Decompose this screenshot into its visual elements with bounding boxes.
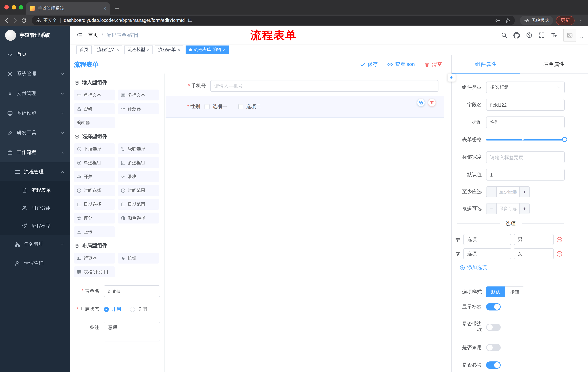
tag-home[interactable]: 首页 (76, 45, 92, 54)
sidebar-item-infrastructure[interactable]: 基础设施 (0, 103, 70, 123)
option-style-button-button[interactable]: 按钮 (505, 287, 524, 298)
add-option-button[interactable]: 添加选项 (460, 264, 588, 271)
sidebar-item-system-management[interactable]: 系统管理 (0, 64, 70, 84)
palette-item-dropdown-select[interactable]: 下拉选择 (74, 143, 115, 154)
palette-item-multi-line-text[interactable]: 多行文本 (118, 90, 159, 100)
tab-component-properties[interactable]: 组件属性 (452, 55, 520, 73)
palette-item-checkbox-group[interactable]: 多选框组 (118, 157, 159, 168)
tag-close-icon[interactable]: × (147, 47, 149, 52)
avatar-caret-icon[interactable] (580, 36, 584, 40)
palette-item-single-line-text[interactable]: 单行文本 (74, 90, 115, 100)
palette-item-cascade-select[interactable]: 级联选择 (118, 143, 159, 154)
component-type-select[interactable]: 多选框组 (486, 82, 565, 93)
option-value-input[interactable] (514, 234, 554, 245)
field-name-input[interactable] (486, 99, 565, 111)
delete-component-button[interactable] (428, 99, 436, 107)
app-logo[interactable]: 芋道管理系统 (0, 26, 70, 44)
fullscreen-icon[interactable] (538, 32, 545, 38)
bookmark-star-icon[interactable] (505, 18, 511, 23)
default-value-input[interactable] (486, 169, 565, 181)
help-icon[interactable] (526, 32, 532, 38)
tab-close-icon[interactable]: × (103, 6, 106, 11)
palette-item-row-container[interactable]: 行容器 (74, 253, 115, 264)
option-label-input[interactable] (463, 234, 511, 245)
sidebar-item-user-group[interactable]: 用户分组 (0, 199, 70, 217)
sidebar-item-payment-management[interactable]: ¥ 支付管理 (0, 84, 70, 103)
sidebar-item-process-management[interactable]: 流程管理 (0, 162, 70, 181)
palette-item-counter[interactable]: 计数器 (118, 103, 159, 114)
minus-icon[interactable]: − (486, 187, 497, 197)
forward-icon[interactable] (12, 18, 18, 23)
sidebar-item-task-management[interactable]: 任务管理 (0, 235, 70, 254)
tag-process-form[interactable]: 流程表单 × (155, 45, 183, 54)
sidebar-item-process-model[interactable]: 流程模型 (0, 217, 70, 235)
github-icon[interactable] (514, 32, 520, 38)
canvas-field-phone[interactable]: 手机号 (166, 80, 439, 92)
min-select-input[interactable] (497, 187, 519, 197)
phone-input[interactable] (210, 80, 439, 92)
reload-icon[interactable] (21, 18, 27, 23)
address-bar[interactable]: 不安全 dashboard.yudao.iocoder.cn/bpm/manag… (32, 16, 515, 25)
font-size-icon[interactable] (551, 32, 557, 38)
remove-option-icon[interactable] (556, 251, 563, 257)
clear-button[interactable]: 清空 (424, 61, 442, 68)
browser-menu-icon[interactable] (578, 18, 584, 23)
avatar[interactable] (563, 29, 576, 42)
slider-handle[interactable] (562, 137, 567, 142)
breadcrumb-home[interactable]: 首页 (88, 32, 98, 38)
palette-item-slider[interactable]: 滑块 (118, 171, 159, 182)
sidebar-item-dev-tools[interactable]: 研发工具 (0, 123, 70, 143)
plus-icon[interactable]: + (519, 203, 529, 214)
close-window-button[interactable] (4, 5, 9, 10)
palette-item-time-select[interactable]: 时间选择 (74, 185, 115, 196)
palette-item-upload[interactable]: 上传 (74, 226, 115, 237)
tag-close-icon[interactable]: × (223, 47, 226, 52)
form-name-input[interactable] (104, 285, 160, 297)
tag-close-icon[interactable]: × (116, 47, 119, 52)
palette-item-rate[interactable]: 评分 (74, 213, 115, 223)
title-input[interactable] (486, 117, 565, 128)
drag-handle-icon[interactable] (455, 237, 461, 242)
form-canvas[interactable]: 手机号 性别 (165, 74, 451, 372)
sidebar-collapse-icon[interactable] (76, 32, 82, 38)
status-off-radio[interactable]: 关闭 (130, 306, 147, 313)
save-button[interactable]: 保存 (360, 61, 378, 68)
browser-tab[interactable]: 芋道管理系统 × (26, 2, 110, 15)
plus-icon[interactable]: + (519, 187, 529, 197)
palette-item-radio-group[interactable]: 单选框组 (74, 157, 115, 168)
link-float-button[interactable] (448, 74, 456, 82)
label-width-input[interactable] (486, 151, 565, 163)
sidebar-item-home[interactable]: 首页 (0, 44, 70, 64)
copy-component-button[interactable] (417, 99, 425, 107)
minus-icon[interactable]: − (486, 203, 497, 214)
grid-slider[interactable] (486, 134, 565, 146)
tag-close-icon[interactable]: × (178, 47, 180, 52)
sidebar-item-process-form[interactable]: 流程表单 (0, 181, 70, 199)
remove-option-icon[interactable] (556, 236, 563, 243)
disabled-switch[interactable] (486, 344, 501, 351)
palette-item-color-picker[interactable]: 颜色选择 (118, 213, 159, 223)
back-icon[interactable] (4, 18, 10, 23)
border-switch[interactable] (486, 324, 501, 331)
tab-form-properties[interactable]: 表单属性 (520, 55, 588, 73)
password-key-icon[interactable] (495, 18, 501, 23)
option-label-input[interactable] (463, 248, 511, 259)
minimize-window-button[interactable] (12, 5, 16, 10)
status-on-radio[interactable]: 开启 (104, 306, 121, 313)
new-tab-button[interactable]: + (115, 4, 119, 12)
sidebar-item-workflow[interactable]: 工作流程 (0, 143, 70, 162)
sidebar-item-leave-query[interactable]: 请假查询 (0, 254, 70, 273)
tag-process-form-edit[interactable]: 流程表单-编辑 × (186, 45, 229, 54)
tag-process-definition[interactable]: 流程定义 × (94, 45, 122, 54)
tag-process-model[interactable]: 流程模型 × (125, 45, 153, 54)
option-value-input[interactable] (514, 248, 554, 259)
gender-option1-checkbox[interactable]: 选项一 (204, 103, 227, 110)
palette-item-date-range[interactable]: 日期范围 (118, 199, 159, 210)
palette-item-time-range[interactable]: 时间范围 (118, 185, 159, 196)
zoom-window-button[interactable] (19, 5, 23, 10)
gender-option2-checkbox[interactable]: 选项二 (238, 103, 261, 110)
required-switch[interactable] (486, 361, 501, 369)
max-select-input[interactable] (497, 203, 519, 214)
show-label-switch[interactable] (486, 303, 501, 310)
browser-update-button[interactable]: 更新 (556, 16, 575, 25)
